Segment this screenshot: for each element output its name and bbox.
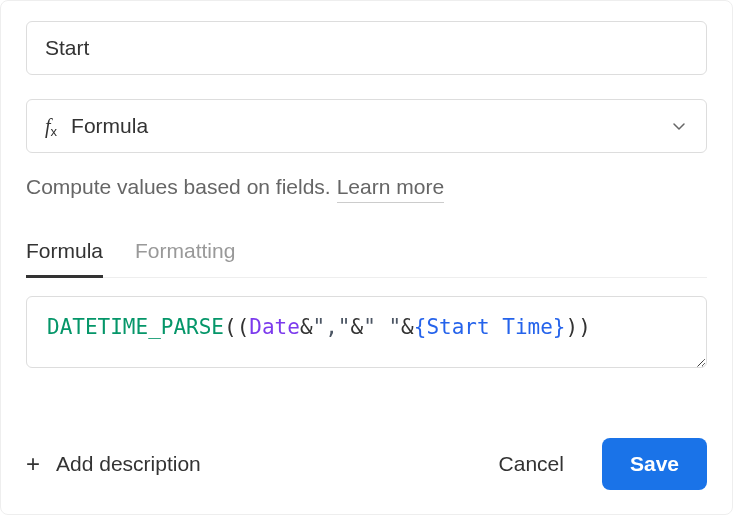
formula-icon: fx	[45, 115, 57, 138]
formula-token-field: Start Time	[426, 315, 552, 339]
formula-token-paren: )	[566, 315, 579, 339]
formula-token-paren: (	[224, 315, 237, 339]
formula-token-function: DATETIME_PARSE	[47, 315, 224, 339]
field-type-label: Formula	[71, 114, 656, 138]
formula-token-field: Date	[249, 315, 300, 339]
add-description-button[interactable]: + Add description	[26, 452, 201, 476]
formula-token-paren: )	[578, 315, 591, 339]
add-description-label: Add description	[56, 452, 201, 476]
formula-token-operator: &	[351, 315, 364, 339]
formula-token-paren: (	[237, 315, 250, 339]
save-button[interactable]: Save	[602, 438, 707, 490]
plus-icon: +	[26, 452, 40, 476]
chevron-down-icon	[670, 117, 688, 135]
field-type-description: Compute values based on fields. Learn mo…	[26, 175, 707, 203]
learn-more-link[interactable]: Learn more	[337, 175, 444, 203]
formula-editor[interactable]: DATETIME_PARSE((Date&","&" "&{Start Time…	[26, 296, 707, 368]
formula-token-string: ","	[313, 315, 351, 339]
formula-token-string: " "	[363, 315, 401, 339]
resize-handle[interactable]	[691, 352, 703, 364]
tab-formatting[interactable]: Formatting	[135, 239, 235, 278]
field-config-panel: fx Formula Compute values based on field…	[0, 0, 733, 515]
svg-line-1	[698, 366, 703, 368]
tab-formula[interactable]: Formula	[26, 239, 103, 278]
formula-token-brace: {	[414, 315, 427, 339]
formula-token-brace: }	[553, 315, 566, 339]
description-text: Compute values based on fields.	[26, 175, 331, 199]
formula-token-operator: &	[300, 315, 313, 339]
field-type-select[interactable]: fx Formula	[26, 99, 707, 153]
footer: + Add description Cancel Save	[26, 410, 707, 490]
tabs: Formula Formatting	[26, 239, 707, 278]
cancel-button[interactable]: Cancel	[479, 440, 584, 488]
field-name-input[interactable]	[26, 21, 707, 75]
formula-token-operator: &	[401, 315, 414, 339]
